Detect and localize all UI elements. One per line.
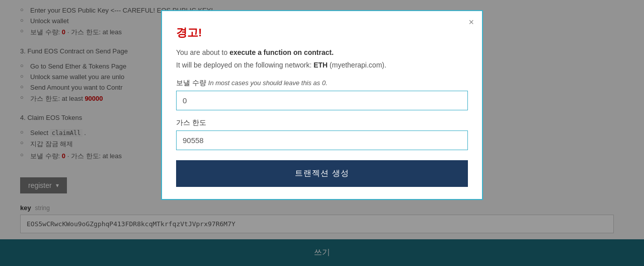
gas-limit-label: 가스 한도 <box>176 118 468 127</box>
amount-input[interactable] <box>176 91 468 110</box>
generate-transaction-button[interactable]: 트랜젝션 생성 <box>176 160 468 187</box>
modal-title: 경고! <box>176 25 468 40</box>
modal-description-1: You are about to execute a function on c… <box>176 47 468 58</box>
modal-close-button[interactable]: × <box>468 17 474 28</box>
warning-modal: × 경고! You are about to execute a functio… <box>161 10 483 200</box>
modal-description-2: It will be deployed on the following net… <box>176 60 468 71</box>
amount-label: 보낼 수량 In most cases you should leave thi… <box>176 79 468 88</box>
gas-limit-input[interactable] <box>176 130 468 150</box>
